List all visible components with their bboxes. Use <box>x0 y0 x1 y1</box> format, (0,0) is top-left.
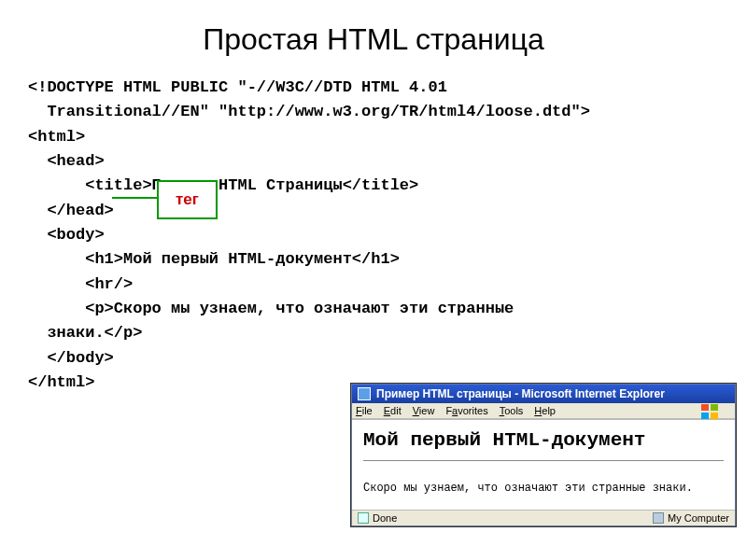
browser-window: Пример HTML страницы - Microsoft Interne… <box>351 384 736 526</box>
code-line: <title>Пример HTML Страницы</title> <box>28 174 719 198</box>
code-line: <body> <box>28 223 719 247</box>
slide-title: Простая HTML страница <box>0 0 747 66</box>
rendered-h1: Мой первый HTML-документ <box>363 429 724 451</box>
code-line: <head> <box>28 149 719 174</box>
browser-menubar: File Edit View Favorites Tools Help <box>352 403 735 419</box>
code-line: <h1>Мой первый HTML-документ</h1> <box>28 247 719 272</box>
status-zone-text: My Computer <box>668 512 729 524</box>
code-line: <hr/> <box>28 273 719 297</box>
callout-tag-label: тег <box>157 180 218 219</box>
rendered-hr <box>363 460 724 461</box>
menu-view[interactable]: View <box>413 405 435 416</box>
code-line: </head> <box>28 199 719 223</box>
code-line: </body> <box>28 346 719 371</box>
browser-content: Мой первый HTML-документ Скоро мы узнаем… <box>352 419 735 510</box>
windows-logo-icon <box>701 404 720 419</box>
menu-file[interactable]: File <box>356 405 373 416</box>
status-done: Done <box>358 512 397 524</box>
menu-tools[interactable]: Tools <box>500 405 524 416</box>
menu-favorites[interactable]: Favorites <box>445 405 487 416</box>
status-done-text: Done <box>373 512 397 524</box>
menu-edit[interactable]: Edit <box>384 405 402 416</box>
code-line: <!DOCTYPE HTML PUBLIC "-//W3C//DTD HTML … <box>28 76 719 125</box>
computer-icon <box>653 512 664 524</box>
rendered-paragraph: Скоро мы узнаем, что означают эти странн… <box>363 482 724 495</box>
browser-title-text: Пример HTML страницы - Microsoft Interne… <box>376 387 665 400</box>
code-example: <!DOCTYPE HTML PUBLIC "-//W3C//DTD HTML … <box>0 66 747 395</box>
menu-help[interactable]: Help <box>534 405 556 416</box>
ie-icon <box>358 387 371 400</box>
done-icon <box>358 512 369 524</box>
code-line: <html> <box>28 125 719 149</box>
status-zone: My Computer <box>653 512 729 524</box>
callout-connector <box>112 197 157 199</box>
browser-statusbar: Done My Computer <box>352 510 735 525</box>
code-line: <p>Скоро мы узнаем, что означают эти стр… <box>28 297 719 346</box>
browser-titlebar: Пример HTML страницы - Microsoft Interne… <box>352 385 735 403</box>
